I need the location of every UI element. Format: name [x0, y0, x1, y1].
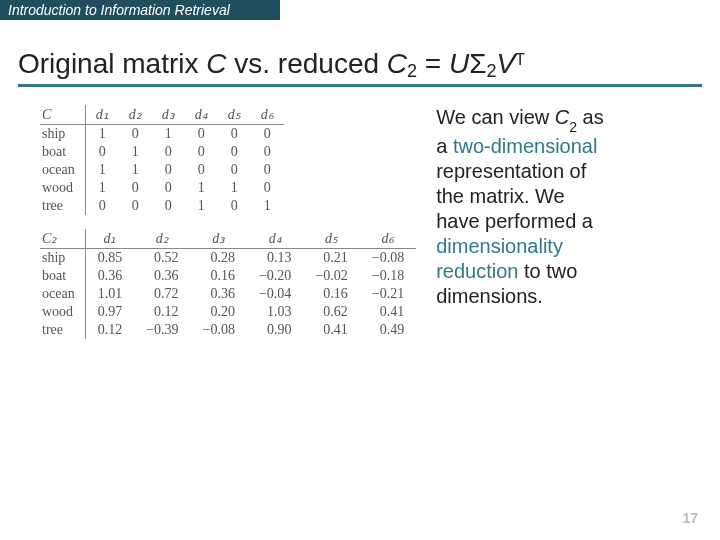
cell: 0.12	[85, 321, 134, 339]
cell: 0	[251, 143, 284, 161]
cell: −0.21	[360, 285, 416, 303]
slide-title: Original matrix C vs. reduced C2 = UΣ2VT	[18, 48, 702, 80]
cell: 1	[85, 125, 119, 144]
tables-wrapper: C d₁ d₂ d₃ d₄ d₅ d₆ ship101000boat010000…	[40, 105, 416, 339]
row-label: ship	[40, 249, 85, 268]
cell: 0	[251, 161, 284, 179]
cell: 0	[152, 197, 185, 215]
side-l3: representation of the matrix. We have pe…	[436, 160, 593, 232]
table-row: boat0.360.360.16−0.20−0.02−0.18	[40, 267, 416, 285]
cell: 0.16	[191, 267, 247, 285]
title-block: Original matrix C vs. reduced C2 = UΣ2VT	[18, 48, 702, 87]
cell: 1.01	[85, 285, 134, 303]
row-label: ocean	[40, 161, 85, 179]
cell: 0	[251, 179, 284, 197]
cell: 0	[85, 143, 119, 161]
title-part1: Original matrix	[18, 48, 206, 79]
matrix-C2-table: C₂ d₁ d₂ d₃ d₄ d₅ d₆ ship0.850.520.280.1…	[40, 229, 416, 339]
t1-h3: d₃	[152, 105, 185, 125]
cell: 0.41	[360, 303, 416, 321]
cell: −0.20	[247, 267, 303, 285]
cell: 0.62	[303, 303, 359, 321]
title-V-sup: T	[515, 51, 525, 68]
cell: 1	[85, 179, 119, 197]
cell: 1.03	[247, 303, 303, 321]
cell: 0.16	[303, 285, 359, 303]
t1-h1: d₁	[85, 105, 119, 125]
cell: 1	[218, 179, 251, 197]
title-sigma: Σ	[469, 48, 486, 79]
table-row: tree000101	[40, 197, 284, 215]
row-label: ocean	[40, 285, 85, 303]
cell: 0	[119, 179, 152, 197]
t2-h2: d₂	[134, 229, 190, 249]
cell: 1	[85, 161, 119, 179]
cell: 0	[185, 161, 218, 179]
cell: 0	[152, 179, 185, 197]
t2-h4: d₄	[247, 229, 303, 249]
cell: −0.08	[191, 321, 247, 339]
title-C2-sub: 2	[407, 61, 417, 81]
cell: 0.97	[85, 303, 134, 321]
title-part2: vs. reduced	[227, 48, 387, 79]
title-V: V	[497, 48, 516, 79]
table-row: ship101000	[40, 125, 284, 144]
cell: −0.18	[360, 267, 416, 285]
t1-h4: d₄	[185, 105, 218, 125]
cell: 0	[218, 125, 251, 144]
content-area: C d₁ d₂ d₃ d₄ d₅ d₆ ship101000boat010000…	[0, 95, 720, 339]
table-row: tree0.12−0.39−0.080.900.410.49	[40, 321, 416, 339]
side-C: C	[555, 106, 569, 128]
row-label: wood	[40, 303, 85, 321]
page-number: 17	[682, 510, 698, 526]
side-l1: We can view	[436, 106, 555, 128]
side-paragraph: We can view C2 as a two-dimensional repr…	[436, 105, 606, 339]
title-C2: C	[387, 48, 407, 79]
t1-h6: d₆	[251, 105, 284, 125]
cell: −0.02	[303, 267, 359, 285]
table-row: boat010000	[40, 143, 284, 161]
cell: 0.20	[191, 303, 247, 321]
row-label: tree	[40, 197, 85, 215]
title-eq: =	[417, 48, 449, 79]
t1-h2: d₂	[119, 105, 152, 125]
cell: 0.21	[303, 249, 359, 268]
cell: 0	[218, 161, 251, 179]
cell: −0.39	[134, 321, 190, 339]
cell: 0.41	[303, 321, 359, 339]
cell: −0.08	[360, 249, 416, 268]
t2-h5: d₅	[303, 229, 359, 249]
cell: 0	[152, 161, 185, 179]
cell: 0.52	[134, 249, 190, 268]
cell: 0	[218, 197, 251, 215]
cell: 0	[119, 125, 152, 144]
cell: 1	[152, 125, 185, 144]
t2-corner: C₂	[40, 229, 85, 249]
cell: 0.36	[85, 267, 134, 285]
t2-h1: d₁	[85, 229, 134, 249]
cell: 0.36	[191, 285, 247, 303]
cell: 0.13	[247, 249, 303, 268]
cell: 0	[119, 197, 152, 215]
cell: 0.72	[134, 285, 190, 303]
t1-h5: d₅	[218, 105, 251, 125]
t2-h3: d₃	[191, 229, 247, 249]
table-row: ocean110000	[40, 161, 284, 179]
cell: 1	[185, 179, 218, 197]
row-label: boat	[40, 143, 85, 161]
row-label: boat	[40, 267, 85, 285]
matrix-C-table: C d₁ d₂ d₃ d₄ d₅ d₆ ship101000boat010000…	[40, 105, 284, 215]
cell: 0.28	[191, 249, 247, 268]
title-U: U	[449, 48, 469, 79]
t1-corner: C	[40, 105, 85, 125]
course-header: Introduction to Information Retrieval	[0, 0, 280, 20]
title-underline	[18, 84, 702, 87]
table-row: wood0.970.120.201.030.620.41	[40, 303, 416, 321]
cell: 1	[185, 197, 218, 215]
table-row: ship0.850.520.280.130.21−0.08	[40, 249, 416, 268]
title-C: C	[206, 48, 226, 79]
cell: 0.85	[85, 249, 134, 268]
cell: 0	[185, 125, 218, 144]
cell: 0	[152, 143, 185, 161]
side-em1: two-dimensional	[453, 135, 598, 157]
